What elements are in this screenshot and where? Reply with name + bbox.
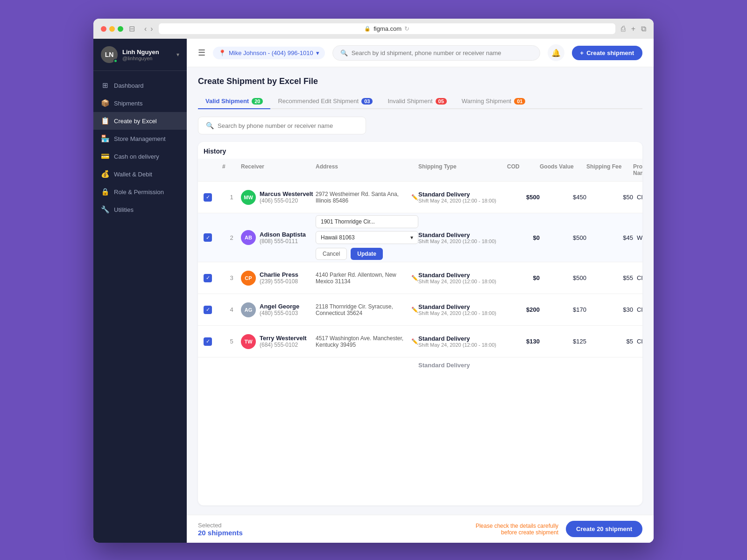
minimize-dot[interactable] <box>109 26 115 32</box>
sidebar-nav: ⊞ Dashboard 📦 Shipments 📋 Create by Exce… <box>93 71 187 543</box>
row-checkbox-3[interactable]: ✓ <box>204 274 212 282</box>
address-edit-popup: Hawaii 81063 ▾ Cancel Update <box>316 213 418 262</box>
col-address: Address <box>316 163 418 176</box>
shipping-sub-4: Shift May 24, 2020 (12:00 - 18:00) <box>418 310 507 316</box>
col-cod: COD <box>507 163 540 176</box>
row-checkbox-2[interactable]: ✓ <box>204 233 212 242</box>
receiver-cell-3: CP Charlie Press (239) 555-0108 <box>241 271 316 286</box>
share-icon[interactable]: ⎙ <box>621 25 626 33</box>
location-picker[interactable]: 📍 Mike Johnson - (404) 996-1010 ▾ <box>213 47 325 59</box>
cancel-button[interactable]: Cancel <box>316 248 347 260</box>
row-checkbox-5[interactable]: ✓ <box>204 337 212 346</box>
address-edit-icon-4[interactable]: ✏️ <box>411 307 418 313</box>
avatar-2: AB <box>241 230 256 245</box>
notification-bell[interactable]: 🔔 <box>548 44 564 61</box>
app-container: LN Linh Nguyen @linhnguyen ▾ ⊞ Dashboard… <box>93 39 654 543</box>
row-checkbox-1[interactable]: ✓ <box>204 193 212 202</box>
tab-warning-shipment[interactable]: Warning Shipment 01 <box>454 94 533 109</box>
sidebar-item-create-excel[interactable]: 📋 Create by Excel <box>93 112 187 130</box>
state-select[interactable]: Hawaii 81063 ▾ <box>316 231 418 244</box>
main-content: ☰ 📍 Mike Johnson - (404) 996-1010 ▾ 🔍 🔔 … <box>187 39 654 543</box>
address-line1-input[interactable] <box>316 215 418 228</box>
user-avatar-wrap: LN <box>101 46 118 63</box>
sidebar-item-store-management[interactable]: 🏪 Store Management <box>93 130 187 147</box>
address-edit-icon-1[interactable]: ✏️ <box>411 194 418 201</box>
shipments-icon: 📦 <box>101 99 109 107</box>
tab-invalid-label: Invalid Shipment <box>388 98 432 105</box>
receiver-phone-1: (406) 555-0120 <box>260 197 313 204</box>
sidebar-item-wallet-debit[interactable]: 💰 Wallet & Debit <box>93 165 187 183</box>
sidebar-item-role-permission[interactable]: 🔒 Role & Permission <box>93 183 187 201</box>
create-20-shipment-button[interactable]: Create 20 shipment <box>566 521 642 537</box>
partial-shipping: Standard Delivery <box>418 362 507 369</box>
receiver-cell-4: AG Angel George (480) 555-0103 <box>241 302 316 317</box>
row-checkbox-4[interactable]: ✓ <box>204 306 212 314</box>
tab-recommended-shipment[interactable]: Recommended Edit Shipment 03 <box>270 94 380 109</box>
reload-icon[interactable]: ↻ <box>404 25 409 32</box>
close-dot[interactable] <box>101 26 106 32</box>
browser-actions: ⎙ + ⧉ <box>621 25 646 33</box>
tab-recommended-label: Recommended Edit Shipment <box>278 98 359 105</box>
back-icon[interactable]: ‹ <box>144 25 147 33</box>
new-tab-icon[interactable]: + <box>631 25 635 33</box>
address-cell-1: 2972 Westheimer Rd. Santa Ana, Illinois … <box>316 191 418 204</box>
col-checkbox <box>204 163 222 176</box>
shipping-cell-4: Standard Delivery Shift May 24, 2020 (12… <box>418 303 507 316</box>
table-row: ✓ 3 CP Charlie Press (239) 555-0108 4140… <box>198 262 642 294</box>
shipping-cell-5: Standard Delivery Shift May 24, 2020 (12… <box>418 335 507 348</box>
header-search-bar[interactable]: 🔍 <box>332 45 540 61</box>
address-edit-icon-3[interactable]: ✏️ <box>411 275 418 281</box>
avatar-5: TW <box>241 334 256 349</box>
search-icon: 🔍 <box>206 122 214 129</box>
tab-invalid-shipment[interactable]: Invalid Shipment 05 <box>380 94 454 109</box>
tabs-icon[interactable]: ⧉ <box>641 25 646 33</box>
goods-cell-2: $500 <box>540 234 586 241</box>
create-shipment-button[interactable]: + Create shipment <box>572 46 642 60</box>
shipment-search-input[interactable] <box>218 122 358 129</box>
location-text: Mike Johnson - (404) 996-1010 <box>229 49 313 56</box>
sidebar-item-label: Dashboard <box>114 82 144 89</box>
product-cell-4: Clothing <box>633 306 642 313</box>
address-text-3: 4140 Parker Rd. Allentown, New Mexico 31… <box>316 272 409 285</box>
store-icon: 🏪 <box>101 134 109 143</box>
menu-icon[interactable]: ☰ <box>198 48 205 58</box>
update-button[interactable]: Update <box>351 248 383 260</box>
browser-url-bar[interactable]: 🔒 figma.com ↻ <box>159 23 615 34</box>
header-search-input[interactable] <box>352 49 532 56</box>
maximize-dot[interactable] <box>118 26 123 32</box>
address-text-4: 2118 Thornridge Cir. Syracuse, Connectic… <box>316 303 409 316</box>
search-icon: 🔍 <box>340 49 348 56</box>
state-chevron-icon: ▾ <box>410 234 413 241</box>
tab-valid-shipment[interactable]: Valid Shipment 20 <box>198 94 270 109</box>
avatar-3: CP <box>241 271 256 286</box>
plus-icon: + <box>580 49 584 56</box>
sidebar-item-label: Store Management <box>114 135 166 142</box>
sidebar-item-utilities[interactable]: 🔧 Utilities <box>93 201 187 218</box>
receiver-name-5: Terry Westervelt <box>260 335 307 342</box>
fee-cell-1: $50 <box>586 194 633 201</box>
sidebar: LN Linh Nguyen @linhnguyen ▾ ⊞ Dashboard… <box>93 39 187 543</box>
table-row-editing: ✓ 2 AB Adison Baptista (808) 555-0111 <box>198 213 642 262</box>
address-edit-icon-5[interactable]: ✏️ <box>411 338 418 345</box>
col-shipping-fee: Shipping Fee <box>586 163 633 176</box>
tab-valid-label: Valid Shipment <box>205 98 249 105</box>
shipment-search-bar[interactable]: 🔍 <box>198 117 366 134</box>
sidebar-user[interactable]: LN Linh Nguyen @linhnguyen ▾ <box>93 39 187 71</box>
shipping-type-4: Standard Delivery <box>418 303 507 310</box>
avatar-1: MW <box>241 190 256 205</box>
sidebar-toggle-icon[interactable]: ⊟ <box>129 24 135 33</box>
receiver-cell-1: MW Marcus Westervelt (406) 555-0120 <box>241 190 316 205</box>
wallet-icon: 💰 <box>101 170 109 178</box>
sidebar-item-shipments[interactable]: 📦 Shipments <box>93 94 187 112</box>
row-number-3: 3 <box>222 274 241 281</box>
cod-icon: 💳 <box>101 152 109 161</box>
sidebar-item-cash-on-delivery[interactable]: 💳 Cash on delivery <box>93 147 187 165</box>
fee-cell-4: $30 <box>586 306 633 313</box>
col-goods-value: Goods Value <box>540 163 586 176</box>
user-chevron-icon[interactable]: ▾ <box>176 51 179 58</box>
page-title: Create Shipment by Excel File <box>198 77 642 86</box>
forward-icon[interactable]: › <box>150 25 153 33</box>
sidebar-item-label: Utilities <box>114 206 134 213</box>
sidebar-item-dashboard[interactable]: ⊞ Dashboard <box>93 77 187 94</box>
product-name-2: Wines <box>637 234 642 241</box>
